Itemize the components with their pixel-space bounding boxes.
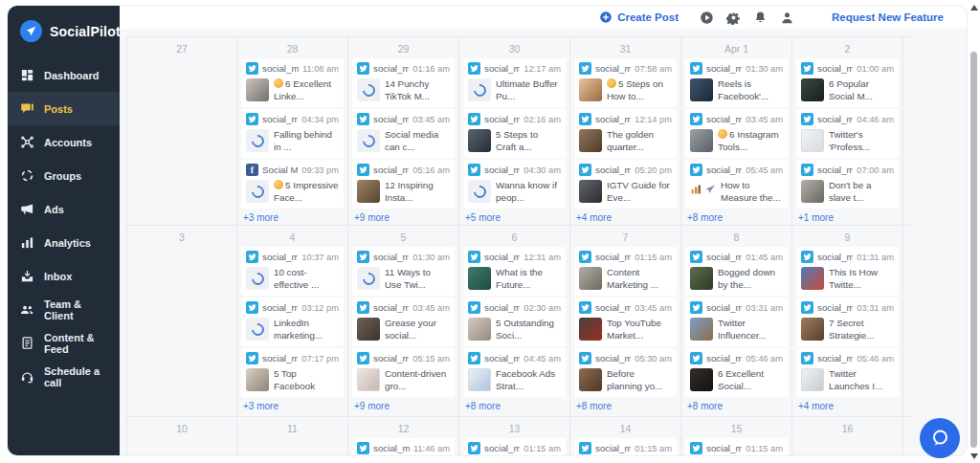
post-card[interactable]: social_m...02:30 am5 Outstanding Soci... [463, 298, 566, 346]
sidebar-item-inbox[interactable]: Inbox [8, 259, 120, 293]
sidebar-item-groups[interactable]: Groups [8, 159, 120, 192]
post-card[interactable]: social_m...12:14 pmThe golden quarter... [574, 109, 677, 158]
post-card[interactable]: social_m...07:58 am5 Steps on How to... [574, 58, 677, 107]
post-card[interactable]: social_m...11:08 am6 Excellent Linke... [241, 58, 344, 107]
post-card[interactable]: social_m...01:15 am [574, 438, 677, 455]
day-cell[interactable]: 13social_m...01:15 am [459, 417, 570, 455]
day-cell[interactable]: 6social_m...12:31 amWhat is the Future..… [459, 226, 570, 416]
brand[interactable]: SocialPilot [8, 6, 120, 58]
day-cell[interactable]: 9social_m...01:31 amThis Is How Twitte..… [792, 226, 903, 416]
loading-spinner-icon [246, 267, 269, 290]
post-card[interactable]: social_m...01:15 am [685, 438, 788, 455]
scrollbar-thumb[interactable] [970, 52, 977, 448]
settings-icon[interactable] [726, 11, 741, 25]
day-cell[interactable]: Apr 1social_m...01:30 amReels is Faceboo… [681, 37, 792, 225]
vertical-scrollbar[interactable] [969, 0, 978, 463]
post-time: 05:46 am [746, 354, 783, 364]
sidebar-item-dashboard[interactable]: Dashboard [8, 58, 120, 92]
sidebar-item-accounts[interactable]: Accounts [8, 125, 120, 159]
scroll-down-arrow-icon[interactable] [970, 453, 978, 459]
day-cell[interactable]: 3 [126, 226, 237, 416]
day-cell[interactable]: 4social_m...10:37 am10 cost-effective ..… [237, 226, 348, 416]
day-cell[interactable]: 30social_m...12:17 amUltimate Buffer Pu.… [459, 37, 570, 225]
more-posts-link[interactable]: +8 more [463, 399, 566, 417]
scroll-up-arrow-icon[interactable] [970, 5, 978, 11]
day-cell[interactable]: 8social_m...01:45 amBogged down by the..… [681, 226, 792, 416]
day-number: 31 [574, 37, 677, 58]
day-cell[interactable]: 2social_m...01:00 am6 Popular Social M..… [792, 37, 903, 225]
day-cell[interactable]: 10 [126, 417, 237, 455]
more-posts-link[interactable]: +9 more [352, 399, 455, 417]
sidebar-item-schedule-a-call[interactable]: Schedule a call [8, 360, 120, 393]
post-thumbnail [357, 368, 380, 391]
twitter-icon [579, 251, 591, 263]
create-post-button[interactable]: Create Post [599, 11, 679, 24]
day-cell[interactable]: 7social_m...01:15 amContent Marketing ..… [570, 226, 681, 416]
post-card[interactable]: social_m...12:31 amWhat is the Future... [463, 247, 566, 296]
post-card[interactable]: social_m...01:15 am [463, 438, 566, 455]
play-icon[interactable] [700, 11, 714, 25]
post-card[interactable]: social_m...01:45 amBogged down by the... [685, 247, 788, 296]
post-card[interactable]: social_m...07:00 amDon't be a slave t... [796, 160, 899, 209]
notifications-icon[interactable] [753, 11, 768, 25]
sidebar-item-team-client[interactable]: Team & Client [8, 293, 120, 326]
sidebar-item-content-feed[interactable]: Content & Feed [8, 326, 120, 360]
post-card[interactable]: social_m...04:34 pmFalling behind in ... [241, 109, 344, 158]
post-card[interactable]: social_m...10:37 am10 cost-effective ... [241, 247, 344, 296]
more-posts-link[interactable]: +8 more [685, 399, 788, 417]
day-cell[interactable]: 28social_m...11:08 am6 Excellent Linke..… [237, 37, 348, 225]
post-card[interactable]: social_m...05:46 am6 Excellent Social... [685, 348, 788, 397]
day-cell[interactable]: 11 [237, 417, 348, 455]
day-cell[interactable]: 27 [126, 37, 237, 225]
post-card[interactable]: social_m...05:46 amTwitter Launches I... [796, 348, 899, 397]
post-card[interactable]: social_m...04:30 amWanna know if peop... [463, 160, 566, 209]
post-card[interactable]: social_m...04:45 amFacebook Ads Strat... [463, 348, 566, 397]
post-card[interactable]: social_m...01:30 am11 Ways to Use Twi... [352, 247, 455, 296]
sidebar-item-ads[interactable]: Ads [8, 192, 120, 226]
post-card[interactable]: social_m...05:15 amContent-driven gro... [352, 348, 455, 397]
post-card[interactable]: social_m...05:20 pmIGTV Guide for Eve... [574, 160, 677, 209]
sidebar-item-posts[interactable]: Posts [8, 92, 120, 125]
post-card[interactable]: social_m...05:30 amBefore planning yo... [574, 348, 677, 397]
post-card[interactable]: fSocial M...09:33 pm5 Impressive Face... [241, 160, 344, 209]
chat-widget-button[interactable] [920, 418, 960, 458]
day-cell[interactable]: 14social_m...01:15 am [570, 417, 681, 455]
post-card[interactable]: social_m...03:31 amTwitter Influencer... [685, 298, 788, 346]
request-new-feature-link[interactable]: Request New Feature [832, 11, 944, 23]
profile-icon[interactable] [780, 11, 794, 25]
post-card[interactable]: social_m...01:31 amThis Is How Twitte... [796, 247, 899, 296]
post-card[interactable]: social_m...01:16 am14 Punchy TikTok M... [352, 58, 455, 107]
day-cell[interactable]: 15social_m...01:15 am [681, 417, 792, 455]
day-cell[interactable]: 31social_m...07:58 am5 Steps on How to..… [570, 37, 681, 225]
post-card[interactable]: social_m...05:45 amHow to Measure the... [685, 160, 788, 209]
post-title: Twitter Influencer... [718, 318, 783, 342]
post-card[interactable]: social_m...02:16 am5 Steps to Craft a... [463, 109, 566, 158]
sidebar-item-label: Analytics [44, 237, 91, 249]
post-card[interactable]: social_m...05:16 am12 Inspiring Insta... [352, 160, 455, 209]
post-time: 02:16 am [523, 115, 561, 124]
post-thumbnail [246, 368, 269, 391]
post-card[interactable]: social_m...07:17 pm5 Top Facebook Mar... [241, 348, 344, 397]
sidebar-item-analytics[interactable]: Analytics [8, 226, 120, 259]
post-card[interactable]: social_m...01:30 amReels is Facebook'... [685, 58, 788, 107]
post-card[interactable]: social_m...01:15 amContent Marketing ... [574, 247, 677, 296]
post-card[interactable]: social_m...03:45 amGrease your social... [352, 298, 455, 346]
post-card[interactable]: social_m...03:12 pmLinkedIn marketing... [241, 298, 344, 346]
more-posts-link[interactable]: +8 more [574, 399, 677, 417]
post-card[interactable]: social_m...11:46 am [352, 438, 455, 455]
post-card[interactable]: social_m...03:45 amTop YouTube Market... [574, 298, 677, 346]
post-card[interactable]: social_m...03:45 amSocial media can c... [352, 109, 455, 158]
post-time: 01:15 am [635, 444, 672, 453]
more-posts-link[interactable]: +3 more [241, 399, 344, 417]
post-card[interactable]: social_m...12:17 amUltimate Buffer Pu... [463, 58, 566, 107]
twitter-icon [468, 301, 480, 314]
post-card[interactable]: social_m...03:31 am7 Secret Strategie... [796, 298, 899, 346]
post-card[interactable]: social_m...04:46 amTwitter's 'Profess... [796, 109, 899, 158]
day-cell[interactable]: 12social_m...11:46 am [348, 417, 459, 455]
post-card[interactable]: social_m...01:00 am6 Popular Social M... [796, 58, 899, 107]
post-card[interactable]: social_m...03:45 am6 Instagram Tools... [685, 109, 788, 158]
day-cell[interactable]: 29social_m...01:16 am14 Punchy TikTok M.… [348, 37, 459, 225]
more-posts-link[interactable]: +4 more [796, 399, 899, 417]
day-cell[interactable]: 5social_m...01:30 am11 Ways to Use Twi..… [348, 226, 459, 416]
day-cell[interactable]: 16 [792, 417, 903, 455]
